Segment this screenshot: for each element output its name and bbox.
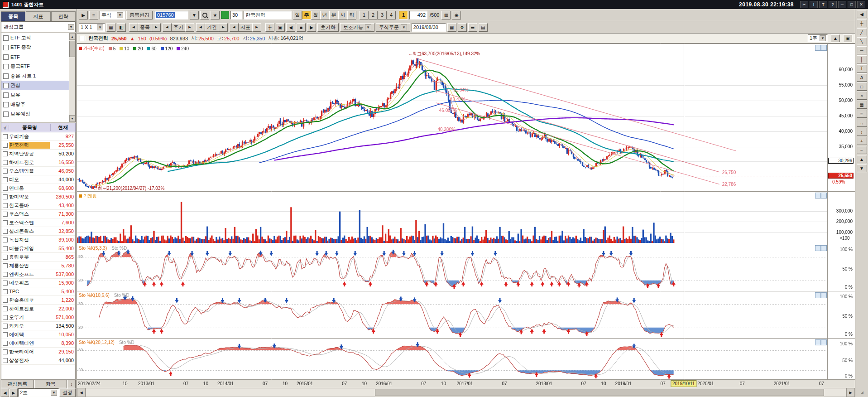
stock-checkbox[interactable] bbox=[3, 272, 8, 277]
horizontal-scrollbar[interactable]: ◀ ▶ bbox=[77, 388, 855, 397]
compare-icon[interactable]: ◧ bbox=[117, 23, 126, 32]
stock-row[interactable]: 코스맥스엔7,600 bbox=[1, 218, 75, 227]
interval-button-2[interactable]: 2 bbox=[369, 11, 378, 19]
capture-icon[interactable]: ✂ bbox=[800, 1, 808, 8]
date-input[interactable]: 2019/08/30 bbox=[412, 23, 446, 32]
crosshair-icon[interactable]: ┼ bbox=[265, 23, 274, 32]
calendar-icon[interactable]: ▦ bbox=[447, 23, 456, 32]
reset-button[interactable]: 초기화 bbox=[317, 23, 339, 32]
expand-chart-icon[interactable]: ▲ bbox=[831, 34, 840, 42]
dropdown-icon[interactable]: ▼ bbox=[68, 24, 74, 30]
font-size-icon[interactable]: T bbox=[819, 1, 827, 8]
scrollbar-thumb[interactable] bbox=[69, 41, 75, 57]
stock-row[interactable]: 한국타이어29,150 bbox=[1, 348, 75, 356]
scroll-down-icon[interactable]: ▼ bbox=[857, 164, 867, 172]
nav-prev-icon[interactable]: ◀ bbox=[196, 23, 205, 32]
stock-row[interactable]: 덴티움68,600 bbox=[1, 184, 75, 193]
group-checkbox[interactable] bbox=[3, 45, 9, 50]
stock-row[interactable]: 카카오134,500 bbox=[1, 322, 75, 330]
stock-row[interactable]: 코스맥스71,300 bbox=[1, 210, 75, 218]
stock-checkbox[interactable] bbox=[3, 212, 8, 217]
zoom-out-icon[interactable]: − bbox=[857, 146, 867, 154]
register-watch-button[interactable]: 관심등록 bbox=[1, 380, 34, 388]
period-button-분[interactable]: 분 bbox=[329, 11, 338, 19]
group-checkbox[interactable] bbox=[3, 35, 9, 41]
stock-row[interactable]: 삼성전자44,000 bbox=[1, 356, 75, 365]
stock-checkbox[interactable] bbox=[3, 151, 8, 156]
stock-row[interactable]: TPC5,400 bbox=[1, 287, 75, 296]
group-list-scrollbar[interactable]: ▲ ▼ bbox=[69, 33, 75, 122]
group-item[interactable]: 좋은 차트 1 bbox=[1, 71, 69, 81]
expand-list-icon[interactable]: ↕ bbox=[67, 380, 76, 388]
group-item[interactable]: 보유 bbox=[1, 90, 69, 100]
collapse-panel-icon[interactable]: ◀ bbox=[857, 10, 867, 18]
zoom-in-icon[interactable]: + bbox=[857, 137, 867, 145]
period-button-월[interactable]: 월 bbox=[311, 11, 320, 19]
scrollbar-thumb[interactable] bbox=[375, 389, 824, 396]
scrollbar-track[interactable] bbox=[86, 388, 846, 397]
step-forward-icon[interactable]: ▶ bbox=[307, 23, 316, 32]
data-count-box[interactable]: 30 bbox=[230, 11, 242, 19]
panel-menu-icon[interactable] bbox=[815, 292, 821, 298]
group-checkbox[interactable] bbox=[3, 92, 9, 98]
symbol-code-input[interactable]: 015760 bbox=[154, 11, 188, 19]
dropdown-icon[interactable]: ▼ bbox=[365, 24, 371, 30]
nav-prev-icon[interactable]: ◀ bbox=[129, 23, 138, 32]
chart-canvas[interactable] bbox=[77, 44, 855, 380]
interval-button-1[interactable]: 1 bbox=[360, 11, 369, 19]
stock-row[interactable]: 에이텍10,050 bbox=[1, 330, 75, 339]
stock-row[interactable]: 오뚜기571,000 bbox=[1, 313, 75, 322]
stock-checkbox[interactable] bbox=[3, 289, 8, 294]
stock-row[interactable]: 한미약품280,500 bbox=[1, 193, 75, 201]
stock-checkbox[interactable] bbox=[3, 143, 8, 148]
interval-button-4[interactable]: 4 bbox=[387, 11, 396, 19]
maximize-icon[interactable]: □ bbox=[848, 1, 856, 8]
period-button-틱[interactable]: 틱 bbox=[347, 11, 356, 19]
vertical-line-tool-icon[interactable]: │ bbox=[857, 55, 867, 63]
group-checkbox[interactable] bbox=[3, 111, 9, 117]
stock-row[interactable]: 제룡산업5,780 bbox=[1, 261, 75, 270]
stock-checkbox[interactable] bbox=[3, 306, 8, 311]
scrollbar-track[interactable] bbox=[69, 40, 75, 115]
series-checkbox[interactable] bbox=[80, 36, 85, 41]
group-item[interactable]: ETF bbox=[1, 52, 69, 62]
stock-row[interactable]: 지역난방공50,200 bbox=[1, 150, 75, 158]
stock-row[interactable]: 한국콜마43,400 bbox=[1, 201, 75, 210]
panel-menu-icon[interactable] bbox=[815, 339, 821, 345]
scroll-left-icon[interactable]: ◀ bbox=[77, 388, 86, 397]
scroll-right-icon[interactable]: ▶ bbox=[846, 388, 855, 397]
stock-row[interactable]: 실리콘웍스32,850 bbox=[1, 227, 75, 236]
panel-close-icon[interactable] bbox=[821, 245, 827, 251]
link-chart-icon[interactable] bbox=[221, 11, 229, 19]
nav-next-icon[interactable]: ▶ bbox=[152, 23, 161, 32]
period-button-시[interactable]: 시 bbox=[338, 11, 347, 19]
stock-checkbox[interactable] bbox=[3, 246, 8, 251]
group-checkbox[interactable] bbox=[3, 54, 9, 60]
sidebar-tab-지표[interactable]: 지표 bbox=[26, 11, 50, 21]
nav-prev-icon[interactable]: ◀ bbox=[230, 23, 239, 32]
group-item[interactable]: 관심 bbox=[1, 81, 69, 90]
stop-icon[interactable]: ■ bbox=[297, 23, 306, 32]
stock-row[interactable]: 휴림로봇865 bbox=[1, 253, 75, 261]
stock-checkbox[interactable] bbox=[3, 194, 8, 199]
interval-active-button[interactable]: 1 bbox=[399, 11, 408, 19]
chart-options-icon[interactable]: ▣ bbox=[843, 34, 852, 42]
stock-checkbox[interactable] bbox=[3, 324, 8, 329]
settings-button[interactable]: 설정 bbox=[59, 388, 76, 397]
group-item[interactable]: 배당주 bbox=[1, 100, 69, 109]
indicator-list-icon[interactable]: ≡ bbox=[857, 110, 867, 118]
interval-button-3[interactable]: 3 bbox=[378, 11, 387, 19]
horizontal-line-tool-icon[interactable]: ─ bbox=[857, 46, 867, 54]
aux-function-button[interactable]: 보조기능 ▼ bbox=[340, 23, 374, 32]
dropdown-icon[interactable]: ▼ bbox=[820, 35, 826, 41]
period-button-주[interactable]: 주 bbox=[302, 11, 311, 19]
stock-row[interactable]: 한솔홈데코1,220 bbox=[1, 296, 75, 305]
stock-checkbox[interactable] bbox=[3, 255, 8, 260]
timeframe-badge[interactable]: 1주 ▼ bbox=[808, 34, 828, 42]
asset-type-combobox[interactable]: 주식 ▼ bbox=[100, 11, 125, 19]
period-button-년[interactable]: 년 bbox=[320, 11, 329, 19]
panel-menu-icon[interactable] bbox=[815, 245, 821, 251]
snapshot-icon[interactable]: ◉ bbox=[452, 11, 461, 19]
uptrend-line-tool-icon[interactable]: ╱ bbox=[857, 28, 867, 36]
stock-row[interactable]: 녹십자셀39,100 bbox=[1, 236, 75, 244]
